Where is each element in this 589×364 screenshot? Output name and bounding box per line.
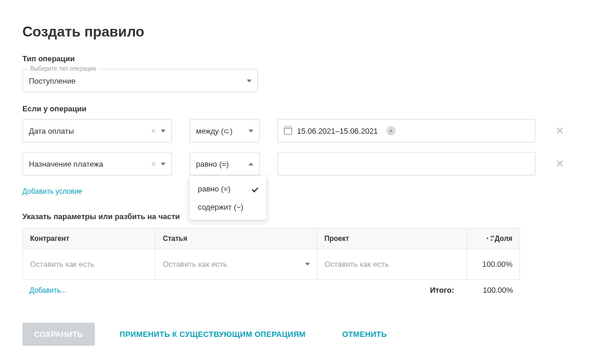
chevron-down-icon (161, 130, 166, 133)
total-label: Итого: (430, 286, 472, 294)
condition-value-input[interactable] (277, 152, 535, 176)
clear-icon[interactable]: × (151, 159, 156, 168)
add-row-link[interactable]: Добавить... (29, 286, 67, 294)
chevron-down-icon (247, 80, 252, 82)
counterparty-placeholder: Оставить как есть (30, 260, 94, 269)
chevron-down-icon (161, 163, 166, 166)
th-share: Доля (466, 229, 519, 249)
condition-operator-select[interactable]: между (⊂) (190, 119, 260, 143)
condition-date-value: 15.06.2021–15.06.2021 (297, 127, 378, 135)
condition-field-select[interactable]: Назначение платежа × (22, 152, 172, 176)
operation-type-select[interactable]: Выберите тип операции Поступление (22, 69, 258, 92)
share-icon (487, 236, 492, 241)
total-value: 100.00% (472, 286, 513, 294)
clear-date-icon[interactable]: × (386, 126, 396, 135)
project-placeholder: Оставить как есть (325, 260, 389, 269)
condition-operator-value: равно (=) (196, 160, 249, 168)
th-counterparty: Контрагент (23, 229, 155, 249)
th-project: Проект (317, 229, 466, 249)
operation-type-floating-label: Выберите тип операции (28, 65, 98, 72)
chevron-up-icon (249, 163, 253, 166)
article-placeholder: Оставить как есть (163, 260, 227, 269)
chevron-down-icon (249, 130, 253, 133)
chevron-down-icon (305, 263, 310, 266)
share-cell[interactable]: 100.00% (466, 249, 519, 279)
project-cell[interactable]: Оставить как есть (317, 249, 466, 279)
action-bar: СОХРАНИТЬ ПРИМЕНИТЬ К СУЩЕСТВУЮЩИМ ОПЕРА… (22, 323, 567, 346)
check-icon (252, 186, 258, 192)
operator-option-equals[interactable]: равно (=) (190, 180, 266, 198)
operator-dropdown-menu: равно (=) содержит (~) (190, 176, 266, 220)
apply-existing-button[interactable]: ПРИМЕНИТЬ К СУЩЕСТВУЮЩИМ ОПЕРАЦИЯМ (108, 323, 317, 346)
operator-option-contains[interactable]: содержит (~) (190, 198, 266, 216)
condition-operator-value: между (⊂) (196, 127, 249, 135)
condition-row: Назначение платежа × равно (=) равно (=)… (22, 152, 567, 176)
conditions-label: Если у операции (22, 104, 567, 113)
condition-row: Дата оплаты × между (⊂) 15.06.2021–15.06… (22, 119, 567, 143)
counterparty-cell[interactable]: Оставить как есть (23, 249, 155, 279)
th-article: Статья (155, 229, 316, 249)
condition-field-select[interactable]: Дата оплаты × (22, 119, 172, 143)
split-table: Контрагент Статья Проект Доля Оставить к… (22, 228, 520, 280)
split-label: Указать параметры или разбить на части (22, 212, 567, 221)
operator-option-label: содержит (~) (198, 203, 243, 211)
table-header: Контрагент Статья Проект Доля (23, 229, 519, 249)
calendar-icon (284, 127, 292, 135)
operation-type-label: Тип операции (22, 54, 567, 63)
condition-field-value: Назначение платежа (29, 160, 151, 168)
remove-condition-icon[interactable]: ✕ (553, 124, 567, 137)
page-title: Создать правило (22, 24, 567, 40)
add-condition-link[interactable]: Добавить условие (22, 187, 82, 196)
clear-icon[interactable]: × (151, 126, 156, 135)
condition-value-input[interactable]: 15.06.2021–15.06.2021 × (277, 119, 535, 143)
table-row: Оставить как есть Оставить как есть Оста… (23, 249, 519, 279)
operation-type-value: Поступление (29, 77, 247, 85)
condition-operator-select[interactable]: равно (=) равно (=) содержит (~) (190, 152, 260, 176)
remove-condition-icon[interactable]: ✕ (553, 157, 567, 170)
table-footer: Добавить... Итого: 100.00% (22, 280, 520, 294)
condition-field-value: Дата оплаты (29, 127, 151, 135)
article-cell[interactable]: Оставить как есть (155, 249, 316, 279)
cancel-button[interactable]: ОТМЕНИТЬ (330, 323, 399, 346)
operator-option-label: равно (=) (198, 184, 231, 193)
save-button[interactable]: СОХРАНИТЬ (22, 323, 95, 346)
